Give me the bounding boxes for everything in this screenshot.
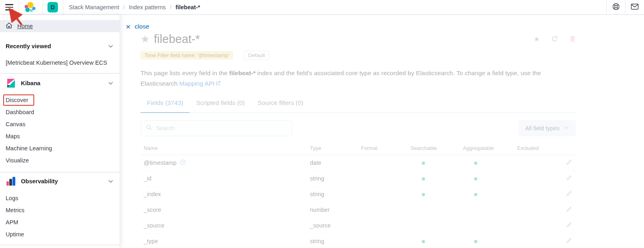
sidebar-item-metricbeat-kubernetes-overview-ecs[interactable]: [Metricbeat Kubernetes] Overview ECS [0, 57, 120, 69]
field-aggregatable [460, 175, 514, 182]
mapping-api-link[interactable]: Mapping API [179, 80, 215, 87]
edit-field-button[interactable] [558, 238, 576, 245]
searchable-dot-icon [422, 193, 425, 196]
sidebar-section-kibana: Kibana DiscoverDashboardCanvasMapsMachin… [0, 77, 120, 166]
chevron-down-icon[interactable] [107, 80, 114, 86]
sidebar-item-logs[interactable]: Logs [0, 192, 120, 204]
field-aggregatable [460, 160, 514, 166]
edit-field-button[interactable] [558, 175, 576, 182]
tab-source-filters-0[interactable]: Source filters (0) [251, 99, 310, 113]
external-link-icon [215, 80, 221, 87]
search-box [140, 120, 292, 136]
breadcrumb-separator: / [170, 4, 171, 10]
pencil-icon [566, 238, 572, 245]
pencil-icon [566, 175, 572, 182]
edit-field-button[interactable] [558, 222, 576, 229]
sidebar-item-discover[interactable]: Discover [0, 94, 120, 106]
field-name: _type [140, 238, 307, 244]
close-button[interactable]: close [135, 23, 149, 30]
column-header-type: Type [307, 145, 358, 151]
sidebar-section-recently-viewed: Recently viewed [Metricbeat Kubernetes] … [0, 41, 120, 69]
column-header-searchable: Searchable [407, 145, 460, 151]
header-divider [63, 0, 63, 14]
close-row: ✕ close [120, 15, 644, 30]
field-searchable [407, 160, 460, 166]
header-divider [19, 0, 19, 14]
sidebar-item-visualize[interactable]: Visualize [0, 154, 120, 166]
chevron-down-icon[interactable] [107, 43, 114, 49]
aggregatable-dot-icon [474, 240, 477, 243]
sidebar-item-home[interactable]: Home [0, 20, 120, 32]
column-header-aggregatable: Aggregatable [460, 145, 514, 151]
field-type-filter-label: All field types [525, 125, 559, 131]
chevron-down-icon[interactable] [107, 178, 114, 184]
sidebar-nav: Home Recently viewed [Metricbeat Kuberne… [0, 15, 120, 248]
refresh-icon [551, 35, 558, 43]
searchable-dot-icon [422, 162, 425, 165]
close-icon[interactable]: ✕ [126, 24, 131, 30]
sidebar-divider [0, 245, 120, 245]
field-type: date [307, 160, 358, 166]
section-title: Observability [21, 178, 58, 184]
field-type: string [307, 238, 358, 244]
table-body: @timestampdate_idstring_indexstring_scor… [140, 155, 576, 248]
space-avatar[interactable]: D [47, 2, 58, 12]
observability-logo-icon [6, 176, 16, 187]
field-type-filter[interactable]: All field types [518, 120, 576, 136]
tabs-bar: Fields (3743)Scripted fields (0)Source f… [140, 99, 576, 113]
breadcrumb-item-index-patterns[interactable]: Index patterns [129, 4, 166, 10]
searchable-dot-icon [422, 240, 425, 243]
sidebar-item-uptime[interactable]: Uptime [0, 228, 120, 240]
table-row-id: _idstring [140, 171, 576, 187]
section-title: Recently viewed [6, 43, 51, 49]
aggregatable-dot-icon [474, 193, 477, 196]
table-row-score: _scorenumber [140, 202, 576, 218]
breadcrumb-item-stack-management[interactable]: Stack Management [69, 4, 119, 10]
table-row-timestamp: @timestampdate [140, 155, 576, 171]
table-row-type: _typestring [140, 234, 576, 248]
searchable-dot-icon [422, 177, 425, 180]
page-title: filebeat-* [154, 33, 200, 46]
badge-row: Time Filter field name: '@timestamp'Defa… [140, 51, 576, 60]
search-input[interactable] [156, 125, 287, 131]
refresh-button[interactable] [551, 35, 558, 43]
sidebar-item-maps[interactable]: Maps [0, 130, 120, 142]
badge-default: Default [244, 51, 269, 60]
tab-fields-3743[interactable]: Fields (3743) [140, 99, 190, 113]
breadcrumb-item-filebeat: filebeat-* [175, 4, 200, 10]
column-header-format: Format [358, 145, 407, 151]
field-type: number [307, 207, 358, 213]
edit-field-button[interactable] [558, 159, 576, 166]
field-type: _source [307, 222, 358, 229]
star-icon: ★ [140, 33, 150, 45]
edit-field-button[interactable] [558, 191, 576, 198]
header-divider [42, 0, 43, 14]
field-type: string [307, 175, 358, 182]
field-name: _index [140, 191, 307, 197]
sidebar-home-label: Home [17, 23, 33, 29]
sidebar-item-apm[interactable]: APM [0, 216, 120, 228]
delete-button[interactable] [569, 35, 576, 43]
sidebar-section-observability: Observability LogsMetricsAPMUptime [0, 175, 120, 240]
sidebar-item-machine-learning[interactable]: Machine Learning [0, 142, 120, 154]
menu-button[interactable] [0, 0, 19, 14]
page-description: This page lists every field in the fileb… [140, 68, 557, 89]
search-icon [146, 124, 152, 132]
tab-scripted-fields-0[interactable]: Scripted fields (0) [190, 99, 251, 113]
help-button[interactable] [607, 0, 625, 14]
set-default-button[interactable]: ★ [534, 35, 540, 43]
pencil-icon [566, 159, 572, 166]
field-name: _score [140, 207, 307, 213]
sidebar-item-metrics[interactable]: Metrics [0, 204, 120, 216]
fields-table: NameTypeFormatSearchableAggregatableExcl… [140, 145, 576, 248]
kibana-logo-icon [6, 78, 16, 88]
edit-field-button[interactable] [558, 206, 576, 213]
newsfeed-button[interactable] [625, 0, 644, 14]
mail-icon [631, 4, 639, 11]
sidebar-item-canvas[interactable]: Canvas [0, 118, 120, 130]
breadcrumb-separator: / [123, 4, 125, 10]
elastic-logo-icon[interactable] [22, 2, 39, 13]
table-row-source: _source_source [140, 218, 576, 234]
sidebar-item-dashboard[interactable]: Dashboard [0, 106, 120, 118]
aggregatable-dot-icon [474, 177, 477, 180]
